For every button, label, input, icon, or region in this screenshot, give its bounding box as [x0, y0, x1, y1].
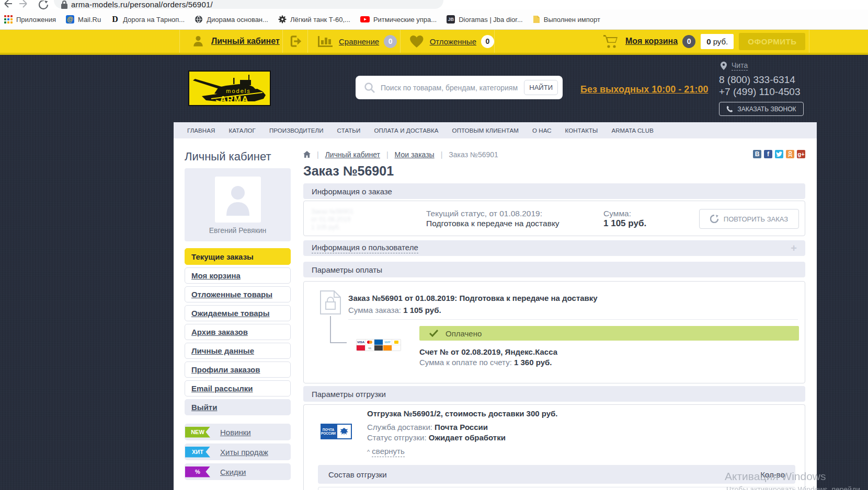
svg-text:ARMA: ARMA: [220, 95, 249, 104]
svg-text:models: models: [226, 88, 250, 94]
